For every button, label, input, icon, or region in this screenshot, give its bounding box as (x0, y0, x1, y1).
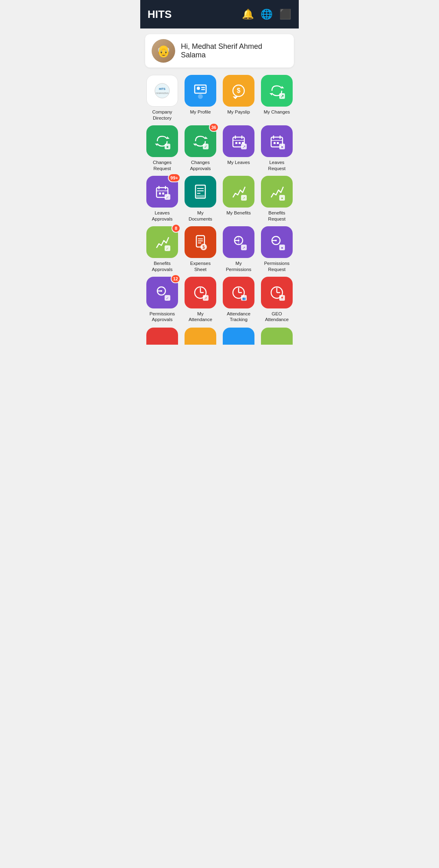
icon-wrap-benefits-request: ● (261, 176, 293, 208)
header-icon-group: 🔔 🌐 ⬛ (242, 9, 291, 20)
svg-text:✓: ✓ (204, 144, 207, 149)
svg-point-4 (197, 87, 200, 90)
svg-text:●: ● (281, 246, 283, 250)
icon-wrap-leaves-approvals: ✓99+ (146, 176, 178, 208)
partial-icon-2 (223, 328, 254, 345)
grid-item-changes-request[interactable]: ●Changes Request (145, 125, 179, 172)
label-my-permissions: My Permissions (226, 260, 252, 273)
svg-text:📍: 📍 (280, 296, 284, 300)
label-geo-attendance: GEO Attendance (265, 311, 289, 323)
grid-item-my-profile[interactable]: My Profile (183, 75, 217, 121)
label-permissions-request: Permissions Request (264, 260, 290, 273)
bottom-partial-2 (222, 328, 256, 345)
grid-item-leaves-request[interactable]: ●Leaves Request (260, 125, 294, 172)
svg-point-71 (161, 290, 162, 292)
grid-item-my-attendance[interactable]: ↗My Attendance (183, 277, 217, 323)
globe-icon[interactable]: 🌐 (261, 9, 273, 20)
grid-item-my-payslip[interactable]: $My Payslip (222, 75, 256, 121)
label-my-leaves: My Leaves (227, 160, 250, 166)
label-my-payslip: My Payslip (227, 109, 250, 115)
app-title: HITS (148, 8, 172, 21)
icon-wrap-my-benefits: ↗ (223, 176, 254, 208)
label-my-benefits: My Benefits (226, 210, 251, 216)
grid-item-my-permissions[interactable]: ↗My Permissions (222, 226, 256, 273)
grid-item-my-leaves[interactable]: ↗My Leaves (222, 125, 256, 172)
label-attendance-tracking: Attendance Tracking (227, 311, 250, 323)
icon-wrap-company-directory: HITSHUMANIZING (146, 75, 178, 107)
icon-wrap-my-attendance: ↗ (185, 277, 216, 308)
label-my-changes: My Changes (264, 109, 290, 115)
avatar-image: 👴 (152, 39, 175, 63)
grid-item-permissions-approvals[interactable]: ✓12Permissions Approvals (145, 277, 179, 323)
label-leaves-request: Leaves Request (268, 160, 286, 172)
icon-wrap-my-changes: ↗ (261, 75, 293, 107)
icon-wrap-my-leaves: ↗ (223, 125, 254, 157)
svg-text:$: $ (237, 87, 241, 94)
svg-text:↗: ↗ (242, 196, 246, 200)
grid-item-leaves-approvals[interactable]: ✓99+Leaves Approvals (145, 176, 179, 222)
svg-text:↗: ↗ (204, 296, 207, 300)
partial-icon-3 (261, 328, 293, 345)
grid-item-attendance-tracking[interactable]: 👥Attendance Tracking (222, 277, 256, 323)
badge-benefits-approvals: 8 (172, 224, 180, 233)
badge-leaves-approvals: 99+ (168, 173, 180, 182)
icon-wrap-my-documents (185, 176, 216, 208)
svg-rect-38 (162, 192, 164, 195)
icon-wrap-my-payslip: $ (223, 75, 254, 107)
svg-point-7 (198, 94, 203, 99)
greeting-card: 👴 Hi, Medhat Sherif Ahmed Salama (145, 34, 294, 68)
app-header: HITS 🔔 🌐 ⬛ (140, 0, 299, 28)
svg-text:✓: ✓ (166, 195, 169, 199)
label-changes-request: Changes Request (153, 160, 172, 172)
badge-permissions-approvals: 12 (171, 274, 180, 283)
label-leaves-approvals: Leaves Approvals (152, 210, 172, 222)
bottom-partial-1 (183, 328, 217, 345)
icon-wrap-attendance-tracking: 👥 (223, 277, 254, 308)
svg-text:✓: ✓ (166, 247, 169, 251)
grid-item-benefits-approvals[interactable]: ✓8Benefits Approvals (145, 226, 179, 273)
grid-item-my-benefits[interactable]: ↗My Benefits (222, 176, 256, 222)
svg-rect-45 (196, 195, 204, 197)
grid-item-my-changes[interactable]: ↗My Changes (260, 75, 294, 121)
icon-wrap-permissions-request: ● (261, 226, 293, 258)
svg-rect-37 (159, 192, 161, 195)
svg-rect-20 (235, 142, 237, 144)
label-expenses-sheet: Expenses Sheet (190, 260, 211, 273)
label-my-attendance: My Attendance (189, 311, 212, 323)
icon-wrap-changes-request: ● (146, 125, 178, 157)
svg-text:●: ● (281, 145, 283, 149)
bottom-partial-row (140, 328, 299, 351)
svg-rect-21 (239, 142, 241, 144)
svg-text:●: ● (281, 196, 283, 200)
grid-item-permissions-request[interactable]: ●Permissions Request (260, 226, 294, 273)
svg-text:✓: ✓ (166, 296, 169, 300)
label-changes-approvals: Changes Approvals (190, 160, 211, 172)
icon-wrap-permissions-approvals: ✓12 (146, 277, 178, 308)
icon-wrap-my-profile (185, 75, 216, 107)
partial-icon-1 (185, 328, 216, 345)
label-my-profile: My Profile (190, 109, 211, 115)
logout-icon[interactable]: ⬛ (279, 9, 291, 20)
bottom-partial-0 (145, 328, 179, 345)
label-my-documents: My Documents (189, 210, 212, 222)
icon-wrap-benefits-approvals: ✓8 (146, 226, 178, 258)
svg-text:↗: ↗ (280, 94, 284, 98)
svg-text:👥: 👥 (242, 297, 246, 300)
avatar: 👴 (152, 39, 175, 63)
grid-item-benefits-request[interactable]: ●Benefits Request (260, 176, 294, 222)
bottom-partial-3 (260, 328, 294, 345)
label-benefits-approvals: Benefits Approvals (152, 260, 172, 273)
icon-wrap-changes-approvals: ✓36 (185, 125, 216, 157)
badge-changes-approvals: 36 (209, 123, 219, 132)
grid-item-geo-attendance[interactable]: 📍GEO Attendance (260, 277, 294, 323)
greeting-text: Hi, Medhat Sherif Ahmed Salama (181, 42, 287, 59)
svg-text:↗: ↗ (242, 144, 246, 149)
grid-item-changes-approvals[interactable]: ✓36Changes Approvals (183, 125, 217, 172)
grid-item-expenses-sheet[interactable]: $Expenses Sheet (183, 226, 217, 273)
notification-icon[interactable]: 🔔 (242, 9, 254, 20)
svg-text:↗: ↗ (242, 246, 246, 250)
grid-item-my-documents[interactable]: My Documents (183, 176, 217, 222)
icon-wrap-leaves-request: ● (261, 125, 293, 157)
app-grid: HITSHUMANIZINGCompany DirectoryMy Profil… (140, 73, 299, 328)
grid-item-company-directory[interactable]: HITSHUMANIZINGCompany Directory (145, 75, 179, 121)
